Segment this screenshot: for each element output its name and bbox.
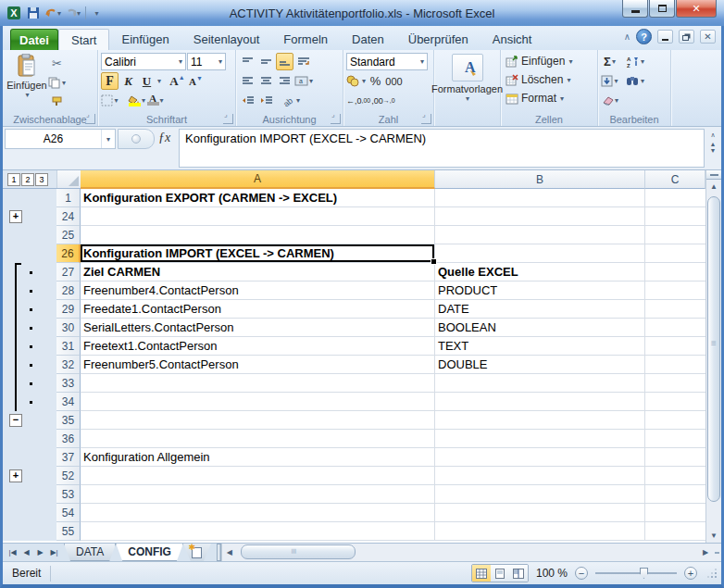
cell-A29[interactable]: Freedate1.ContactPerson — [81, 300, 435, 319]
insert-worksheet-button[interactable] — [183, 544, 211, 561]
decrease-indent-icon[interactable] — [239, 92, 256, 109]
formula-input[interactable]: Konfiguration IMPORT (EXCEL -> CARMEN) — [179, 129, 705, 168]
cell-B37[interactable] — [435, 448, 645, 467]
cell-B28[interactable]: PRODUCT — [435, 281, 645, 300]
vertical-scroll-thumb[interactable] — [707, 196, 720, 502]
cell-C32[interactable] — [645, 356, 705, 374]
font-color-icon[interactable]: A ▾ — [146, 92, 164, 109]
clipboard-dialog-launcher-icon[interactable] — [85, 114, 95, 124]
scroll-left-icon[interactable]: ◀ — [222, 548, 237, 557]
name-box-dropdown-icon[interactable]: ▾ — [101, 130, 115, 148]
row-header-29[interactable]: 29 — [56, 300, 81, 319]
tab-start[interactable]: Start — [58, 29, 109, 50]
row-header-54[interactable]: 54 — [56, 504, 81, 522]
fill-icon[interactable]: ▾ — [601, 72, 618, 90]
zoom-level[interactable]: 100 % — [536, 567, 568, 580]
tab-einfgen[interactable]: Einfügen — [109, 29, 181, 50]
fill-color-icon[interactable]: ▾ — [128, 92, 145, 109]
increase-decimal-icon[interactable]: ←,0,00 — [346, 92, 370, 109]
column-header-b[interactable]: B — [435, 170, 645, 189]
cell-A34[interactable] — [81, 393, 435, 411]
row-header-36[interactable]: 36 — [56, 430, 81, 448]
first-sheet-icon[interactable]: |◀ — [6, 548, 19, 557]
row-header-33[interactable]: 33 — [56, 374, 81, 393]
clear-icon[interactable]: ▾ — [601, 92, 618, 109]
cell-C53[interactable] — [645, 485, 705, 504]
minimize-ribbon-icon[interactable]: ∧ — [624, 31, 630, 42]
font-dialog-launcher-icon[interactable] — [223, 114, 233, 124]
hscroll-split-handle[interactable] — [715, 552, 719, 554]
cell-C25[interactable] — [645, 226, 705, 244]
cell-B31[interactable]: TEXT — [435, 337, 645, 356]
horizontal-scrollbar[interactable]: ◀ ▶ — [221, 544, 721, 561]
cut-icon[interactable]: ✂ — [48, 55, 66, 72]
cell-A24[interactable] — [81, 207, 435, 226]
cell-styles-button[interactable]: A Formatvorlagen ▾ — [437, 52, 497, 111]
row-header-52[interactable]: 52 — [56, 467, 81, 485]
outline-level-1[interactable]: 1 — [7, 173, 20, 186]
cell-A26[interactable]: Konfiguration IMPORT (EXCEL -> CARMEN) — [81, 244, 435, 263]
cell-A36[interactable] — [81, 430, 435, 448]
cell-B29[interactable]: DATE — [435, 300, 645, 319]
align-top-icon[interactable] — [239, 53, 256, 70]
row-header-26[interactable]: 26 — [56, 244, 81, 263]
cell-C1[interactable] — [645, 189, 705, 207]
comma-style-button[interactable]: 000 — [385, 72, 403, 90]
orientation-icon[interactable]: ab▾ — [282, 92, 300, 109]
row-header-28[interactable]: 28 — [56, 281, 81, 300]
insert-function-icon[interactable]: ƒx — [158, 131, 170, 145]
align-left-icon[interactable] — [239, 72, 256, 90]
cell-C24[interactable] — [645, 207, 705, 226]
cell-B35[interactable] — [435, 411, 645, 430]
cell-C52[interactable] — [645, 467, 705, 485]
column-header-a[interactable]: A — [81, 170, 435, 189]
format-painter-icon[interactable] — [48, 94, 66, 111]
tab-seitenlayout[interactable]: Seitenlayout — [181, 29, 272, 50]
find-select-icon[interactable]: ▾ — [626, 72, 644, 90]
sheet-tab-config[interactable]: CONFIG — [116, 544, 183, 561]
cell-C31[interactable] — [645, 337, 705, 356]
next-sheet-icon[interactable]: ▶ — [34, 548, 46, 557]
cell-A52[interactable] — [81, 467, 435, 485]
cell-A54[interactable] — [81, 504, 435, 522]
paste-button[interactable]: Einfügen ▾ — [6, 52, 48, 111]
cell-B54[interactable] — [435, 504, 645, 522]
bold-button[interactable]: F — [101, 72, 119, 90]
cell-C29[interactable] — [645, 300, 705, 319]
cell-B53[interactable] — [435, 485, 645, 504]
column-header-c[interactable]: C — [645, 170, 705, 189]
delete-cells-button[interactable]: Löschen▾ — [504, 70, 594, 89]
tab-ansicht[interactable]: Ansicht — [481, 29, 544, 50]
row-header-24[interactable]: 24 — [56, 207, 81, 226]
cell-B26[interactable] — [435, 244, 645, 263]
cell-C37[interactable] — [645, 448, 705, 467]
autosum-button[interactable]: Σ▾ — [601, 53, 618, 70]
cell-A27[interactable]: Ziel CARMEN — [81, 263, 435, 281]
wrap-text-icon[interactable] — [294, 53, 312, 70]
maximize-button[interactable] — [649, 0, 675, 18]
page-break-view-button[interactable] — [509, 565, 528, 582]
row-header-55[interactable]: 55 — [56, 522, 81, 541]
cell-B24[interactable] — [435, 207, 645, 226]
row-header-35[interactable]: 35 — [56, 411, 81, 430]
cell-A30[interactable]: SerialLetters.ContactPerson — [81, 319, 435, 337]
row-header-27[interactable]: 27 — [56, 263, 81, 281]
row-header-31[interactable]: 31 — [56, 337, 81, 356]
zoom-slider[interactable] — [595, 572, 677, 574]
cell-A37[interactable]: Konfiguration Allgemein — [81, 448, 435, 467]
cell-C36[interactable] — [645, 430, 705, 448]
borders-icon[interactable]: ▾ — [101, 92, 119, 109]
cell-B36[interactable] — [435, 430, 645, 448]
cell-C27[interactable] — [645, 263, 705, 281]
cell-B27[interactable]: Quelle EXCEL — [435, 263, 645, 281]
number-format-combo[interactable]: Standard▾ — [346, 53, 428, 70]
cell-C34[interactable] — [645, 393, 705, 411]
cell-A33[interactable] — [81, 374, 435, 393]
cell-C26[interactable] — [645, 244, 705, 263]
insert-cells-button[interactable]: Einfügen▾ — [504, 52, 594, 70]
increase-font-icon[interactable]: A▲ — [169, 72, 186, 90]
alignment-dialog-launcher-icon[interactable] — [331, 114, 341, 124]
formula-bar-expand-icon[interactable]: ∧▲▼ — [705, 129, 720, 168]
zoom-in-button[interactable]: + — [684, 567, 697, 580]
cell-A35[interactable] — [81, 411, 435, 430]
